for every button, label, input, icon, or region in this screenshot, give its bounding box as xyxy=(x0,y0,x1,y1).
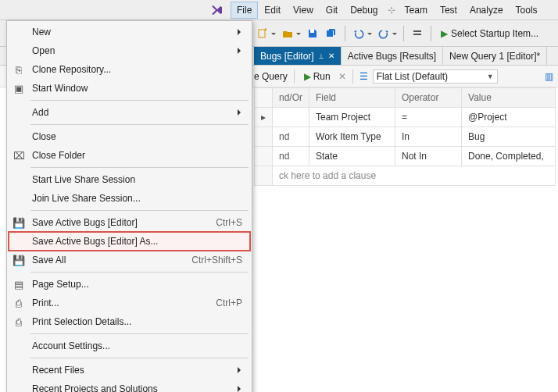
menu-item-close[interactable]: Close xyxy=(9,127,250,146)
menu-separator-icon: ⊹ xyxy=(385,5,399,16)
close-icon[interactable]: ✕ xyxy=(328,52,334,60)
menu-item-page-setup[interactable]: ▤Page Setup... xyxy=(9,275,250,294)
menu-item-label: Join Live Share Session... xyxy=(32,193,247,204)
menu-item-clone-repository[interactable]: ⎘Clone Repository... xyxy=(9,60,250,79)
blank-icon xyxy=(12,339,26,353)
menu-item-new[interactable]: New xyxy=(9,23,250,41)
menu-item-open[interactable]: Open xyxy=(9,41,250,60)
col-value: Value xyxy=(462,88,556,108)
menu-team[interactable]: Team xyxy=(399,2,434,19)
col-operator: Operator xyxy=(395,88,462,108)
row-handle[interactable]: ▸ xyxy=(255,108,273,127)
cell-val[interactable]: Done, Completed, xyxy=(462,147,556,166)
menu-separator xyxy=(30,100,249,101)
menu-analyze[interactable]: Analyze xyxy=(463,2,510,19)
menu-item-add[interactable]: Add xyxy=(9,103,250,122)
tab-label: Bugs [Editor] xyxy=(260,51,314,62)
add-clause-row[interactable]: ck here to add a clause xyxy=(255,166,556,186)
tab-active-bugs-results[interactable]: Active Bugs [Results] xyxy=(342,47,443,65)
menu-test[interactable]: Test xyxy=(434,2,463,19)
vs-logo-icon xyxy=(209,2,224,18)
menu-item-label: Print Selection Details... xyxy=(32,316,247,327)
menu-item-label: Clone Repository... xyxy=(32,64,247,75)
menu-item-label: Recent Files xyxy=(32,365,231,376)
blank-icon xyxy=(12,105,26,119)
startup-selector[interactable]: ▶ Select Startup Item... xyxy=(436,28,543,39)
cell-andor[interactable]: nd xyxy=(273,147,309,166)
row-handle[interactable] xyxy=(255,127,273,147)
open-button[interactable] xyxy=(279,25,302,42)
menu-item-label: Add xyxy=(32,107,231,118)
menu-item-save-active-bugs-editor[interactable]: 💾Save Active Bugs [Editor]Ctrl+S xyxy=(9,213,250,232)
menu-tools[interactable]: Tools xyxy=(510,2,544,19)
window-icon: ▣ xyxy=(12,81,26,95)
menu-item-shortcut: Ctrl+S xyxy=(216,217,247,228)
menu-item-label: Close Folder xyxy=(32,150,247,161)
clause-row[interactable]: nd Work Item Type In Bug xyxy=(255,127,556,147)
submenu-arrow-icon xyxy=(238,386,244,392)
new-item-button[interactable] xyxy=(254,25,277,42)
clone-icon: ⎘ xyxy=(12,62,26,77)
clause-row[interactable]: ▸ Team Project = @Project xyxy=(255,108,556,127)
menu-item-save-active-bugs-editor-as[interactable]: Save Active Bugs [Editor] As... xyxy=(9,232,250,251)
add-clause-label: ck here to add a clause xyxy=(273,166,556,186)
menu-item-start-live-share-session[interactable]: Start Live Share Session xyxy=(9,170,250,189)
menu-item-label: Print... xyxy=(32,298,209,308)
cell-val[interactable]: @Project xyxy=(462,108,556,127)
menu-separator xyxy=(30,124,249,125)
tab-active-bugs-editor[interactable]: Bugs [Editor] ⟂ ✕ xyxy=(254,47,342,65)
columns-icon[interactable]: ▥ xyxy=(545,71,558,82)
save-all-button[interactable] xyxy=(323,25,340,42)
menu-item-recent-projects-and-solutions[interactable]: Recent Projects and Solutions xyxy=(9,380,250,392)
cell-op[interactable]: Not In xyxy=(395,147,462,166)
menu-item-label: Save Active Bugs [Editor] xyxy=(32,217,209,228)
pin-icon[interactable]: ⟂ xyxy=(319,52,324,60)
menu-debug[interactable]: Debug xyxy=(344,2,384,19)
menu-item-close-folder[interactable]: ⌧Close Folder xyxy=(9,146,250,165)
save-button[interactable] xyxy=(304,25,321,42)
menu-edit[interactable]: Edit xyxy=(258,2,287,19)
cell-op[interactable]: = xyxy=(395,108,462,127)
cell-field[interactable]: Work Item Type xyxy=(309,127,395,147)
config-button[interactable] xyxy=(409,25,426,42)
menu-view[interactable]: View xyxy=(287,2,320,19)
undo-button[interactable] xyxy=(350,25,374,42)
menu-item-save-all[interactable]: 💾Save AllCtrl+Shift+S xyxy=(9,251,250,269)
menu-item-start-window[interactable]: ▣Start Window xyxy=(9,79,250,98)
cell-andor[interactable] xyxy=(273,108,309,127)
menu-item-account-settings[interactable]: Account Settings... xyxy=(9,337,250,355)
menu-item-label: Recent Projects and Solutions xyxy=(32,383,231,392)
clause-row[interactable]: nd State Not In Done, Completed, xyxy=(255,147,556,166)
play-icon: ▶ xyxy=(304,71,311,82)
cell-andor[interactable]: nd xyxy=(273,127,309,147)
save-all-icon: 💾 xyxy=(12,253,26,267)
menu-item-recent-files[interactable]: Recent Files xyxy=(9,361,250,380)
col-field: Field xyxy=(309,88,395,108)
menu-file[interactable]: File xyxy=(231,2,258,19)
row-handle[interactable] xyxy=(255,147,273,166)
menu-item-print-selection-details[interactable]: ⎙Print Selection Details... xyxy=(9,312,250,331)
query-type-select[interactable]: Flat List (Default) ▼ xyxy=(373,69,498,84)
menu-item-label: Account Settings... xyxy=(32,340,247,351)
cell-val[interactable]: Bug xyxy=(462,127,556,147)
cell-field[interactable]: Team Project xyxy=(309,108,395,127)
redo-button[interactable] xyxy=(375,25,399,42)
print-icon: ⎙ xyxy=(12,296,26,310)
menu-item-join-live-share-session[interactable]: Join Live Share Session... xyxy=(9,189,250,208)
play-icon: ▶ xyxy=(441,28,448,39)
qsep xyxy=(352,69,353,84)
cell-op[interactable]: In xyxy=(395,127,462,147)
menu-separator xyxy=(30,272,249,273)
submenu-arrow-icon xyxy=(238,109,244,116)
menu-bar: File Edit View Git Debug ⊹ Team Test Ana… xyxy=(0,0,558,20)
stop-icon[interactable]: ✕ xyxy=(338,71,346,82)
cell-field[interactable]: State xyxy=(309,147,395,166)
flatlist-label: Flat List (Default) xyxy=(377,71,448,82)
menu-separator xyxy=(30,333,249,334)
run-query-button[interactable]: ▶ Run xyxy=(301,69,334,84)
tab-new-query[interactable]: New Query 1 [Editor]* xyxy=(443,47,547,65)
run-label: Run xyxy=(313,71,331,82)
menu-item-print[interactable]: ⎙Print...Ctrl+P xyxy=(9,294,250,312)
menu-git[interactable]: Git xyxy=(320,2,344,19)
print-sel-icon: ⎙ xyxy=(12,315,26,329)
